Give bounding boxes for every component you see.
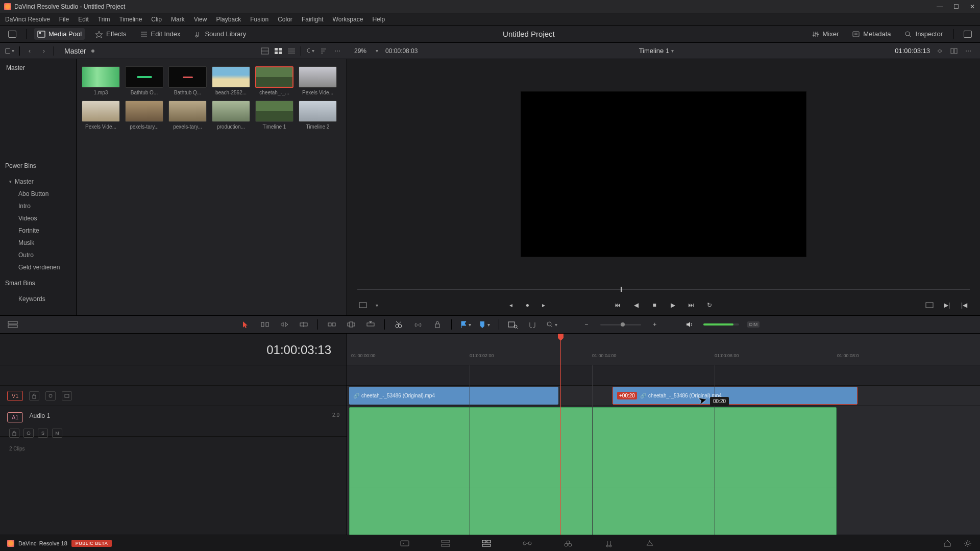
- razor-icon[interactable]: [393, 319, 404, 330]
- a1-auto-icon[interactable]: [23, 429, 34, 438]
- edit-page-icon[interactable]: [481, 539, 492, 548]
- color-page-icon[interactable]: [563, 539, 573, 548]
- cut-page-icon[interactable]: [440, 539, 451, 548]
- home-icon[interactable]: [942, 539, 952, 548]
- v1-track-header[interactable]: V1: [0, 386, 347, 406]
- menu-playback[interactable]: Playback: [216, 16, 241, 23]
- gang-icon[interactable]: [935, 46, 944, 56]
- next-edit-icon[interactable]: ▸: [538, 299, 549, 311]
- menu-help[interactable]: Help: [372, 16, 385, 23]
- viewer-more-options[interactable]: ⋯: [964, 46, 973, 56]
- search-icon[interactable]: ▾: [306, 47, 314, 55]
- dual-view-icon[interactable]: [949, 46, 959, 56]
- master-bin[interactable]: Master: [0, 59, 76, 77]
- view-thumb-icon[interactable]: [274, 47, 282, 55]
- v1-auto-icon[interactable]: [45, 391, 56, 400]
- maximize-button[interactable]: ☐: [952, 3, 960, 10]
- menu-mark[interactable]: Mark: [171, 16, 185, 23]
- media-clip[interactable]: Bathtub O...: [125, 66, 163, 95]
- edit-index-button[interactable]: Edit Index: [137, 28, 184, 40]
- a1-track[interactable]: [347, 406, 980, 535]
- view-list-icon[interactable]: [287, 47, 296, 55]
- replace-icon[interactable]: [365, 319, 376, 330]
- view-metadata-icon[interactable]: [261, 47, 269, 55]
- match-frame-icon[interactable]: [924, 299, 935, 311]
- v1-lock-icon[interactable]: [29, 391, 39, 400]
- more-options[interactable]: ⋯: [333, 46, 342, 56]
- expand-button[interactable]: [961, 29, 975, 40]
- viewer-scrubber[interactable]: [347, 284, 980, 295]
- a1-lock-icon[interactable]: [9, 429, 19, 438]
- snap-icon[interactable]: [527, 319, 538, 330]
- selection-tool-icon[interactable]: [240, 319, 251, 330]
- viewer-canvas[interactable]: [347, 59, 980, 284]
- video-clip-2[interactable]: +00:20 🔗 cheetah_-_53486 (Original).mp4: [612, 387, 857, 405]
- power-bin-geld[interactable]: Geld verdienen: [0, 261, 76, 273]
- crop-mode-icon[interactable]: [357, 299, 369, 311]
- fusion-page-icon[interactable]: [522, 539, 532, 548]
- menu-clip[interactable]: Clip: [151, 16, 162, 23]
- mixer-button[interactable]: Mixer: [808, 28, 842, 40]
- marker-icon[interactable]: ▾: [479, 319, 491, 330]
- prev-edit-icon[interactable]: ◂: [505, 299, 517, 311]
- zoom-in-icon[interactable]: +: [649, 319, 660, 330]
- dim-button[interactable]: DIM: [747, 321, 760, 328]
- nav-fwd[interactable]: ›: [39, 46, 48, 56]
- sound-library-button[interactable]: Sound Library: [190, 28, 249, 40]
- snap-search-icon[interactable]: [507, 319, 519, 330]
- media-clip[interactable]: Pexels Vide...: [82, 101, 120, 130]
- a1-track-header[interactable]: A1 Audio 1 2.0 S M 2 Clips: [0, 406, 347, 437]
- power-bin-outro[interactable]: Outro: [0, 249, 76, 261]
- zoom-percent[interactable]: 29%: [354, 47, 366, 55]
- power-bin-intro[interactable]: Intro: [0, 200, 76, 212]
- metadata-button[interactable]: Metadata: [849, 28, 894, 40]
- zoom-slider[interactable]: [600, 324, 641, 325]
- power-bin-videos[interactable]: Videos: [0, 212, 76, 224]
- inspector-button[interactable]: Inspector: [901, 28, 946, 40]
- nav-back[interactable]: ‹: [25, 46, 34, 56]
- power-bin-master[interactable]: ▾Master: [0, 176, 76, 188]
- media-clip[interactable]: production...: [212, 101, 250, 130]
- media-clip[interactable]: Timeline 2: [299, 101, 337, 130]
- v1-badge[interactable]: V1: [7, 391, 23, 401]
- menu-fusion[interactable]: Fusion: [250, 16, 268, 23]
- menu-davinci[interactable]: DaVinci Resolve: [5, 16, 50, 23]
- power-bin-abo[interactable]: Abo Button: [0, 188, 76, 200]
- zoom-search-icon[interactable]: ▾: [546, 319, 557, 330]
- dynamic-trim-icon[interactable]: [279, 319, 290, 330]
- media-clip[interactable]: Timeline 1: [255, 101, 293, 130]
- effects-button[interactable]: Effects: [92, 28, 130, 40]
- minimize-button[interactable]: —: [936, 3, 943, 10]
- settings-icon[interactable]: [963, 539, 973, 548]
- trim-tool-icon[interactable]: [259, 319, 271, 330]
- volume-icon[interactable]: [684, 319, 695, 330]
- media-page-icon[interactable]: [400, 539, 410, 548]
- overwrite-icon[interactable]: [346, 319, 357, 330]
- bin-dropdown[interactable]: ▾: [5, 46, 14, 56]
- media-clip[interactable]: beach-2562...: [212, 66, 250, 95]
- media-clip[interactable]: pexels-tary...: [168, 101, 207, 130]
- menu-trim[interactable]: Trim: [98, 16, 110, 23]
- audio-clip[interactable]: [349, 407, 837, 535]
- timeline-ruler[interactable]: 01:00:00:00 01:00:02:00 01:00:04:00 01:0…: [347, 334, 980, 365]
- play-icon[interactable]: ▶: [667, 299, 678, 311]
- zoom-out-icon[interactable]: −: [581, 319, 592, 330]
- power-bin-fortnite[interactable]: Fortnite: [0, 224, 76, 237]
- media-clip[interactable]: Bathtub Q...: [168, 66, 207, 95]
- menu-timeline[interactable]: Timeline: [119, 16, 142, 23]
- media-clip[interactable]: pexels-tary...: [125, 101, 163, 130]
- media-pool-button[interactable]: Media Pool: [34, 28, 85, 40]
- flag-icon[interactable]: ▾: [460, 319, 471, 330]
- lock-icon[interactable]: [432, 319, 443, 330]
- sort-icon[interactable]: [320, 47, 328, 55]
- power-bin-musik[interactable]: Musik: [0, 237, 76, 249]
- link-icon[interactable]: [412, 319, 424, 330]
- a1-mute[interactable]: M: [52, 429, 62, 438]
- step-fwd-icon[interactable]: ▶|: [941, 299, 952, 311]
- v1-disable-icon[interactable]: [62, 391, 72, 400]
- menu-view[interactable]: View: [194, 16, 207, 23]
- play-reverse-icon[interactable]: ◀: [630, 299, 642, 311]
- media-clip[interactable]: 1.mp3: [82, 66, 120, 95]
- volume-slider[interactable]: [703, 323, 739, 325]
- video-clip-1[interactable]: 🔗 cheetah_-_53486 (Original).mp4: [349, 387, 558, 405]
